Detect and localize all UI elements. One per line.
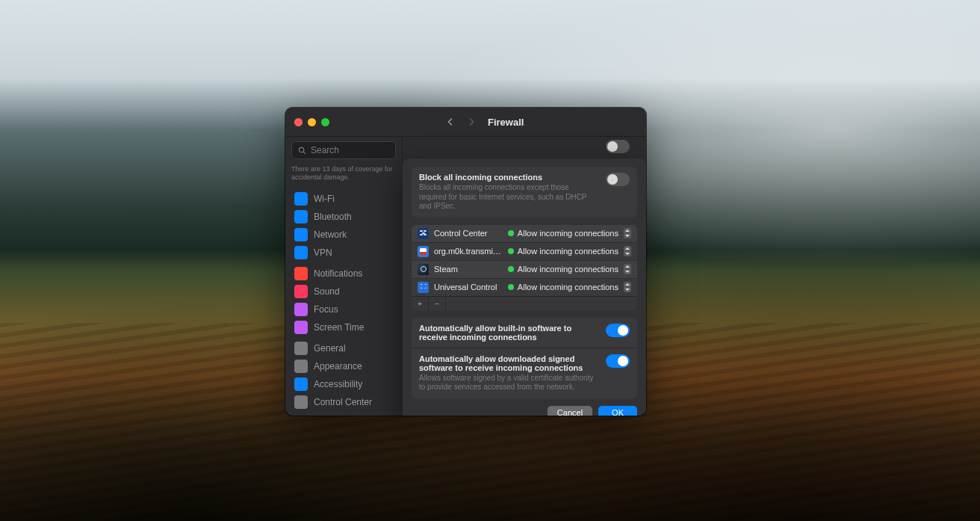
sidebar-item-vpn[interactable]: VPN — [291, 244, 396, 262]
sidebar-item-wi-fi[interactable]: Wi-Fi — [291, 190, 396, 208]
app-row[interactable]: org.m0k.transmissionAllow incoming conne… — [412, 242, 637, 260]
app-status: Allow incoming connections — [508, 283, 618, 292]
app-row[interactable]: Universal ControlAllow incoming connecti… — [412, 278, 637, 296]
app-icon — [418, 282, 429, 293]
system-settings-window: Firewall Search There are 13 days of cov… — [285, 108, 646, 416]
sidebar-item-appearance[interactable]: Appearance — [291, 357, 396, 375]
sidebar-item-general[interactable]: General — [291, 339, 396, 357]
block-all-toggle[interactable] — [606, 173, 630, 186]
app-status-stepper[interactable] — [624, 228, 631, 238]
search-icon — [298, 147, 306, 155]
auto-builtin-title: Automatically allow built-in software to… — [419, 324, 598, 342]
gear-icon — [294, 342, 308, 355]
app-icon — [418, 264, 429, 275]
status-dot-icon — [508, 230, 514, 236]
bell-icon — [294, 267, 308, 280]
cc-icon — [294, 395, 308, 409]
sidebar-item-label: Bluetooth — [314, 212, 352, 222]
vpn-icon — [294, 246, 308, 259]
sidebar-item-label: Accessibility — [314, 379, 362, 389]
status-dot-icon — [508, 284, 514, 290]
sheet-backdrop: Block all incoming connections Blocks al… — [403, 137, 646, 416]
sidebar-item-bluetooth[interactable]: Bluetooth — [291, 208, 396, 226]
add-app-button[interactable]: + — [412, 297, 429, 310]
app-status-text: Allow incoming connections — [518, 283, 618, 292]
app-name: org.m0k.transmission — [434, 247, 503, 256]
app-row[interactable]: SteamAllow incoming connections — [412, 260, 637, 278]
app-name: Steam — [434, 265, 503, 274]
applecare-notice: There are 13 days of coverage for accide… — [291, 165, 396, 182]
sidebar-item-label: Wi-Fi — [314, 194, 335, 204]
status-dot-icon — [508, 248, 514, 254]
app-status-stepper[interactable] — [624, 264, 631, 274]
window-title: Firewall — [488, 117, 524, 128]
app-name: Universal Control — [434, 283, 503, 292]
sidebar: Search There are 13 days of coverage for… — [285, 137, 403, 416]
sidebar-item-label: Screen Time — [314, 322, 364, 333]
sidebar-item-label: Focus — [314, 304, 338, 315]
window-traffic-lights — [294, 118, 329, 126]
sidebar-item-label: Control Center — [314, 397, 372, 407]
cancel-button[interactable]: Cancel — [548, 406, 592, 416]
sidebar-item-label: Network — [314, 229, 347, 240]
sidebar-item-label: VPN — [314, 247, 332, 258]
st-icon — [294, 321, 308, 334]
minimize-window-button[interactable] — [308, 118, 316, 126]
block-all-title: Block all incoming connections — [419, 173, 598, 182]
sidebar-item-network[interactable]: Network — [291, 226, 396, 244]
app-status-text: Allow incoming connections — [518, 229, 618, 238]
sidebar-item-label: Appearance — [314, 361, 362, 372]
app-list-footer: +− — [412, 296, 637, 310]
auto-signed-desc: Allows software signed by a valid certif… — [419, 374, 598, 392]
sidebar-item-focus[interactable]: Focus — [291, 300, 396, 318]
app-status-stepper[interactable] — [624, 246, 631, 256]
nav-forward-button[interactable] — [464, 114, 479, 129]
app-name: Control Center — [434, 229, 503, 238]
app-status-stepper[interactable] — [624, 282, 631, 292]
block-all-section: Block all incoming connections Blocks al… — [412, 167, 637, 218]
nav-back-button[interactable] — [443, 114, 458, 129]
app-status: Allow incoming connections — [508, 265, 618, 274]
snd-icon — [294, 285, 308, 298]
sidebar-item-label: Notifications — [314, 268, 362, 279]
sidebar-item-screen-time[interactable]: Screen Time — [291, 318, 396, 336]
sidebar-item-control-center[interactable]: Control Center — [291, 393, 396, 411]
acc-icon — [294, 377, 308, 391]
wifi-icon — [294, 192, 308, 206]
search-input[interactable]: Search — [291, 141, 396, 159]
sidebar-item-label: Sound — [314, 286, 340, 297]
app-icon — [418, 246, 429, 257]
auto-signed-toggle[interactable] — [606, 354, 630, 368]
app-status: Allow incoming connections — [508, 229, 618, 238]
main-pane: Options… ? Block all incoming connection… — [403, 137, 646, 416]
auto-builtin-toggle[interactable] — [606, 324, 630, 337]
block-all-desc: Blocks all incoming connections except t… — [419, 183, 598, 212]
status-dot-icon — [508, 266, 514, 272]
focus-icon — [294, 303, 308, 316]
zoom-window-button[interactable] — [321, 118, 329, 126]
sidebar-item-label: General — [314, 343, 346, 354]
app-status-text: Allow incoming connections — [518, 265, 618, 274]
search-placeholder: Search — [311, 145, 339, 155]
remove-app-button[interactable]: − — [429, 297, 446, 310]
app-icon — [418, 228, 429, 239]
app-row[interactable]: Control CenterAllow incoming connections — [412, 225, 637, 242]
sidebar-item-accessibility[interactable]: Accessibility — [291, 375, 396, 393]
ok-button[interactable]: OK — [598, 406, 637, 416]
window-titlebar: Firewall — [285, 108, 646, 137]
app-status-text: Allow incoming connections — [518, 247, 618, 256]
sidebar-item-sound[interactable]: Sound — [291, 283, 396, 300]
app-list: Control CenterAllow incoming connections… — [412, 225, 637, 310]
firewall-options-sheet: Block all incoming connections Blocks al… — [403, 159, 646, 416]
app-icon — [294, 360, 308, 373]
close-window-button[interactable] — [294, 118, 303, 126]
svg-point-0 — [299, 147, 303, 152]
app-status: Allow incoming connections — [508, 247, 618, 256]
net-icon — [294, 228, 308, 241]
bt-icon — [294, 210, 308, 223]
sidebar-item-notifications[interactable]: Notifications — [291, 265, 396, 283]
auto-signed-title: Automatically allow downloaded signed so… — [419, 354, 598, 372]
